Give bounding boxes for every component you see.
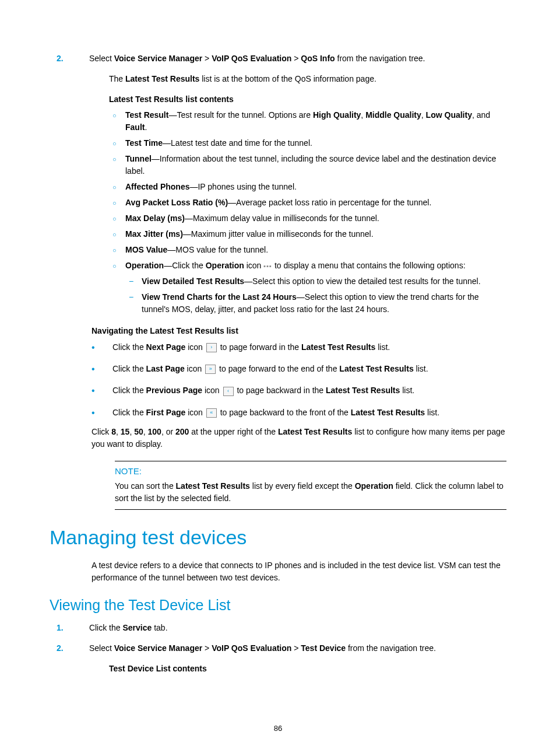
bullet-icon: • <box>92 361 112 377</box>
step-text: Select Voice Service Manager > VoIP QoS … <box>89 643 436 653</box>
list-item: ○MOS Value—MOS value for the tunnel. <box>125 244 506 256</box>
first-page-icon: « <box>206 408 217 418</box>
list-item: ○Tunnel—Information about the test tunne… <box>125 153 506 177</box>
pager-paragraph: Click 8, 15, 50, 100, or 200 at the uppe… <box>92 426 506 450</box>
list-item: •Click the Next Page icon › to page forw… <box>112 339 506 355</box>
step-number: 2. <box>74 642 87 654</box>
navigating-heading: Navigating the Latest Test Results list <box>92 326 506 335</box>
bullet-icon: • <box>92 340 112 355</box>
list-item: ○Max Delay (ms)—Maximum delay value in m… <box>125 212 506 225</box>
last-page-icon: » <box>205 365 216 374</box>
bullet-icon: • <box>92 405 112 421</box>
circle-icon: ○ <box>112 111 125 121</box>
circle-icon: ○ <box>112 214 125 224</box>
step-number: 1. <box>74 622 87 634</box>
list-item: ○Avg Packet Loss Ratio (%)—Average packe… <box>125 197 506 209</box>
list-item: −View Trend Charts for the Last 24 Hours… <box>142 291 506 316</box>
step-text: Select Voice Service Manager > VoIP QoS … <box>89 54 425 63</box>
h2-viewing-test-device-list: Viewing the Test Device List <box>50 597 506 614</box>
circle-icon: ○ <box>112 183 125 192</box>
circle-icon: ○ <box>112 261 125 271</box>
step-1: 1. Click the Service tab. <box>92 622 506 634</box>
operation-dots-icon: ▪▪▪ <box>263 262 272 270</box>
step-body-text: The Latest Test Results list is at the b… <box>109 73 506 85</box>
list-item: •Click the Last Page icon » to page forw… <box>112 360 506 376</box>
next-page-icon: › <box>206 343 217 352</box>
list-item: ○Max Jitter (ms)—Maximum jitter value in… <box>125 228 506 240</box>
list-item: •Click the Previous Page icon ‹ to page … <box>112 382 506 398</box>
list-item: −View Detailed Test Results—Select this … <box>142 275 506 288</box>
note-box: NOTE: You can sort the Latest Test Resul… <box>115 461 506 510</box>
list-item: •Click the First Page icon « to page bac… <box>112 404 506 420</box>
circle-icon: ○ <box>112 139 125 149</box>
circle-icon: ○ <box>112 246 125 256</box>
list-item: ○Test Time—Latest test date and time for… <box>125 137 506 149</box>
bullet-icon: • <box>92 383 112 398</box>
test-device-list-contents-heading: Test Device List contents <box>109 663 506 675</box>
previous-page-icon: ‹ <box>223 387 234 396</box>
latest-results-contents-heading: Latest Test Results list contents <box>109 93 506 106</box>
step-number: 2. <box>74 52 87 65</box>
step-2b: 2. Select Voice Service Manager > VoIP Q… <box>92 642 506 654</box>
note-text: You can sort the Latest Test Results lis… <box>115 480 506 505</box>
dash-icon: − <box>129 275 142 288</box>
document-page: 2. Select Voice Service Manager > VoIP Q… <box>0 0 556 756</box>
list-item: ○Operation—Click the Operation icon ▪▪▪ … <box>125 260 506 272</box>
dash-icon: − <box>129 291 142 303</box>
page-number: 86 <box>0 724 556 733</box>
note-label: NOTE: <box>115 465 506 478</box>
list-item: ○Test Result—Test result for the tunnel.… <box>125 109 506 134</box>
list-item: ○Affected Phones—IP phones using the tun… <box>125 181 506 193</box>
managing-paragraph: A test device refers to a device that co… <box>92 559 506 584</box>
circle-icon: ○ <box>112 155 125 164</box>
step-text: Click the Service tab. <box>89 623 168 632</box>
step-2: 2. Select Voice Service Manager > VoIP Q… <box>92 52 506 65</box>
circle-icon: ○ <box>112 198 125 208</box>
circle-icon: ○ <box>112 230 125 240</box>
h1-managing-test-devices: Managing test devices <box>50 526 506 549</box>
